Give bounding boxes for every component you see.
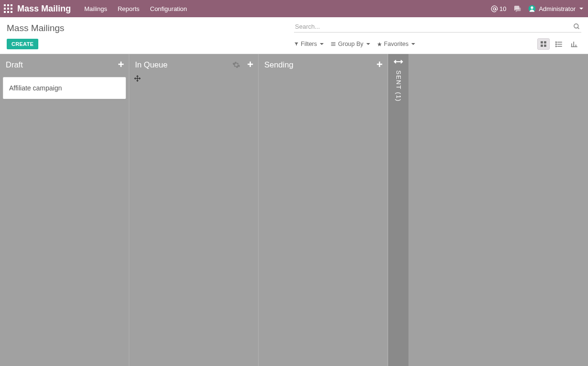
user-menu[interactable]: Administrator	[528, 5, 583, 12]
svg-rect-6	[4, 11, 6, 13]
kanban-column-title[interactable]: Draft	[6, 60, 118, 69]
view-list-button[interactable]	[553, 38, 565, 50]
kanban-column-header: Draft+	[3, 54, 126, 75]
nav-link-mailings[interactable]: Mailings	[84, 5, 107, 12]
svg-rect-17	[541, 41, 543, 44]
kanban-collapsed-label: SENT (1)	[395, 70, 402, 102]
svg-rect-8	[11, 11, 12, 13]
view-kanban-button[interactable]	[537, 38, 550, 50]
list-icon	[330, 42, 336, 46]
svg-rect-19	[541, 44, 543, 47]
expand-icon	[394, 59, 403, 65]
graph-icon	[571, 41, 578, 47]
search-icon[interactable]	[572, 21, 581, 32]
kanban-column-title[interactable]: In Queue	[135, 60, 232, 69]
kanban-column: In Queue+	[129, 54, 259, 366]
add-card-button[interactable]: +	[376, 59, 383, 70]
list-view-icon	[555, 41, 563, 47]
svg-rect-1	[7, 4, 9, 6]
kanban-column-title[interactable]: Sending	[264, 60, 376, 69]
chat-icon[interactable]	[513, 4, 521, 13]
filter-icon	[294, 42, 299, 46]
svg-rect-2	[11, 4, 12, 6]
apps-icon[interactable]	[4, 4, 12, 13]
kanban-column: Draft+Affiliate campaign	[0, 54, 129, 366]
view-graph-button[interactable]	[568, 38, 580, 50]
kanban-card[interactable]: Affiliate campaign	[3, 77, 126, 99]
kanban-column-header: Sending+	[261, 54, 384, 75]
top-navbar: Mass Mailing Mailings Reports Configurat…	[0, 0, 588, 17]
nav-link-reports[interactable]: Reports	[118, 5, 140, 12]
create-button[interactable]: CREATE	[7, 39, 38, 49]
search-input[interactable]	[294, 21, 581, 33]
control-panel: Mass Mailings CREATE Filters	[0, 17, 588, 54]
svg-rect-3	[4, 8, 6, 10]
gear-icon[interactable]	[232, 61, 240, 69]
svg-rect-20	[544, 44, 546, 47]
app-brand[interactable]: Mass Mailing	[17, 4, 71, 14]
svg-point-12	[574, 23, 578, 28]
favorites-menu[interactable]: Favorites	[377, 41, 415, 47]
svg-rect-4	[7, 8, 9, 10]
mentions-indicator[interactable]: 10	[491, 5, 506, 12]
svg-point-24	[555, 42, 556, 43]
page-title: Mass Mailings	[7, 23, 64, 33]
svg-line-13	[577, 27, 579, 29]
kanban-icon	[540, 41, 547, 47]
svg-rect-7	[7, 11, 9, 13]
move-cursor-icon	[134, 75, 141, 82]
kanban-column: Sending+	[259, 54, 388, 366]
svg-point-9	[493, 8, 496, 10]
kanban-board: Draft+Affiliate campaignIn Queue+Sending…	[0, 54, 588, 366]
svg-rect-0	[4, 4, 6, 6]
avatar-icon	[528, 5, 536, 12]
svg-rect-5	[11, 8, 12, 10]
chevron-down-icon	[579, 8, 583, 10]
user-name: Administrator	[539, 5, 576, 12]
kanban-column-header: In Queue+	[132, 54, 255, 75]
filters-menu[interactable]: Filters	[294, 41, 324, 47]
svg-rect-18	[544, 41, 546, 44]
nav-link-configuration[interactable]: Configuration	[150, 5, 187, 12]
svg-point-11	[531, 6, 533, 9]
kanban-column-collapsed[interactable]: SENT (1)	[388, 54, 409, 366]
star-icon	[377, 42, 382, 47]
mentions-count: 10	[499, 5, 506, 12]
svg-point-25	[555, 44, 556, 44]
add-card-button[interactable]: +	[247, 59, 253, 70]
groupby-menu[interactable]: Group By	[330, 41, 370, 47]
svg-point-26	[555, 45, 556, 46]
add-card-button[interactable]: +	[118, 59, 124, 70]
